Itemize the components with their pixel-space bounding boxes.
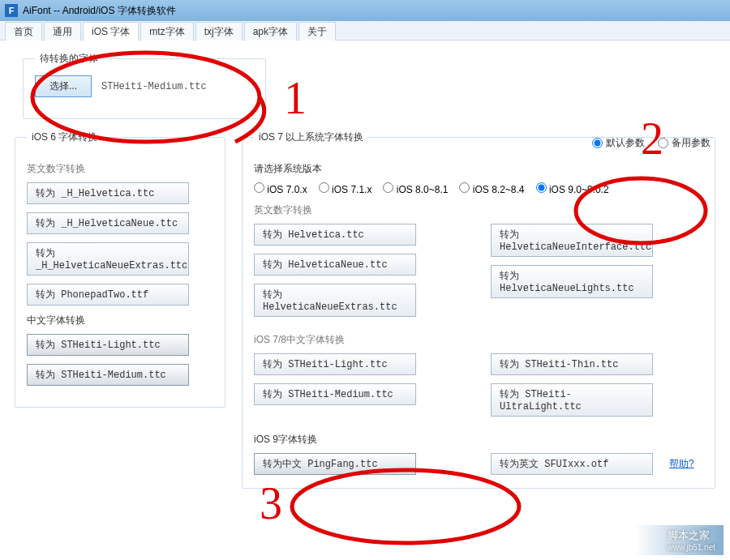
params-radio-group: 默认参数 备用参数 (592, 136, 711, 150)
tab-ios-font[interactable]: iOS 字体 (83, 22, 139, 41)
ios6-group: iOS 6 字体转换 英文数字转换 转为 _H_Helvetica.ttc 转为… (15, 130, 225, 408)
ios7-cn-l0[interactable]: 转为 STHeiti-Light.ttc (254, 353, 416, 375)
titlebar: F AiFont -- Android/iOS 字体转换软件 (0, 0, 730, 21)
ios9-label: iOS 9字体转换 (254, 433, 703, 447)
tab-txj[interactable]: txj字体 (195, 22, 243, 41)
ios9-en-btn[interactable]: 转为英文 SFUIxxx.otf (491, 453, 653, 475)
ios6-legend: iOS 6 字体转换 (27, 130, 102, 144)
ios7-legend: iOS 7 以上系统字体转换 (254, 130, 368, 144)
ios7-en-r1[interactable]: 转为 HelveticaNeueLights.ttc (491, 265, 653, 298)
radio-ios71x[interactable]: iOS 7.1.x (319, 182, 372, 195)
ios7-en-l2[interactable]: 转为 HelveticaNeueExtras.ttc (254, 284, 416, 317)
tab-apk[interactable]: apk字体 (244, 22, 297, 41)
ios7-cn-l1[interactable]: 转为 STHeiti-Medium.ttc (254, 383, 416, 405)
tab-home[interactable]: 首页 (5, 22, 42, 41)
ios6-en-btn-1[interactable]: 转为 _H_HelveticaNeue.ttc (27, 212, 189, 234)
ios78-cn-label: iOS 7/8中文字体转换 (254, 333, 703, 347)
ios7-cn-r0[interactable]: 转为 STHeiti-Thin.ttc (491, 353, 653, 375)
selected-filename: STHeiti-Medium.ttc (101, 81, 207, 92)
radio-alt-params[interactable]: 备用参数 (658, 136, 711, 150)
ios7-en-l0[interactable]: 转为 Helvetica.ttc (254, 224, 416, 246)
window-title: AiFont -- Android/iOS 字体转换软件 (23, 4, 176, 18)
radio-default-params[interactable]: 默认参数 (592, 136, 645, 150)
app-icon: F (5, 4, 18, 17)
tab-mtz[interactable]: mtz字体 (140, 22, 193, 41)
ios6-en-btn-0[interactable]: 转为 _H_Helvetica.ttc (27, 182, 189, 204)
ios7-en-label: 英文数字转换 (254, 203, 703, 217)
pending-legend: 待转换的字体 (35, 52, 103, 66)
tab-general[interactable]: 通用 (44, 22, 81, 41)
ios6-cn-btn-0[interactable]: 转为 STHeiti-Light.ttc (27, 334, 189, 356)
ios9-cn-btn[interactable]: 转为中文 PingFang.ttc (254, 453, 416, 475)
content: 待转换的字体 选择... STHeiti-Medium.ttc 默认参数 备用参… (0, 41, 730, 507)
radio-ios80-81[interactable]: iOS 8.0~8.1 (383, 182, 448, 195)
version-label: 请选择系统版本 (254, 162, 703, 176)
ios7-group: iOS 7 以上系统字体转换 请选择系统版本 iOS 7.0.x iOS 7.1… (242, 130, 715, 489)
ios6-cn-label: 中文字体转换 (27, 314, 213, 327)
radio-ios82-84[interactable]: iOS 8.2~8.4 (459, 182, 524, 195)
radio-ios90-902[interactable]: iOS 9.0~9.0.2 (536, 182, 609, 195)
version-radio-group: iOS 7.0.x iOS 7.1.x iOS 8.0~8.1 iOS 8.2~… (254, 182, 703, 195)
ios7-cn-r1[interactable]: 转为 STHeiti-UltraLight.ttc (491, 383, 653, 417)
ios6-en-btn-3[interactable]: 转为 PhonepadTwo.ttf (27, 284, 189, 306)
ios6-en-label: 英文数字转换 (27, 162, 213, 176)
ios7-en-r0[interactable]: 转为 HelveticaNeueInterface.ttc (491, 224, 653, 257)
radio-ios70x[interactable]: iOS 7.0.x (254, 182, 307, 195)
pending-font-group: 待转换的字体 选择... STHeiti-Medium.ttc (23, 52, 266, 119)
select-font-button[interactable]: 选择... (35, 75, 92, 97)
ios6-cn-btn-1[interactable]: 转为 STHeiti-Medium.ttc (27, 364, 189, 386)
tabbar: 首页 通用 iOS 字体 mtz字体 txj字体 apk字体 关于 (0, 21, 730, 41)
ios6-en-btn-2[interactable]: 转为 _H_HelveticaNeueExtras.ttc (27, 242, 189, 276)
ios7-en-l1[interactable]: 转为 HelveticaNeue.ttc (254, 254, 416, 276)
help-link[interactable]: 帮助? (669, 457, 694, 471)
tab-about[interactable]: 关于 (298, 22, 336, 41)
watermark: 脚本之家 www.jb51.net (635, 525, 724, 555)
